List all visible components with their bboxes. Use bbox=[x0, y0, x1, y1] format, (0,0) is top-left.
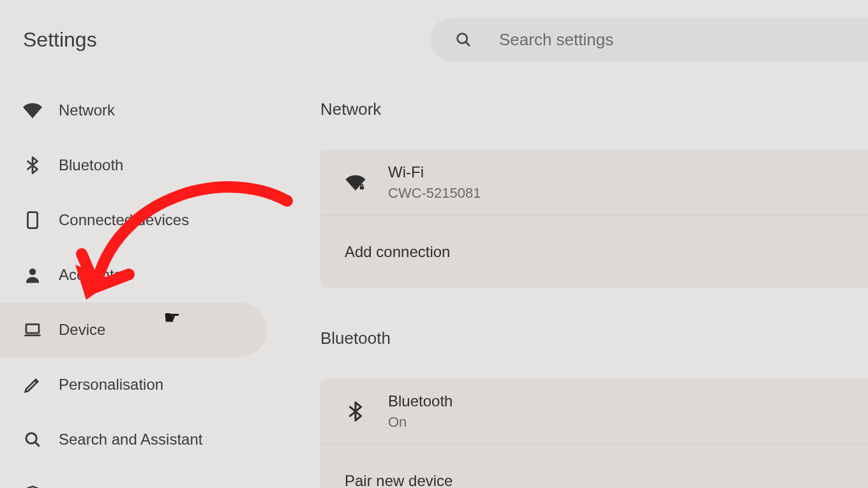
section-network: Network Wi-Fi CWC-5215081 Add connection bbox=[320, 100, 868, 288]
svg-line-1 bbox=[466, 42, 470, 46]
add-connection-row[interactable]: Add connection bbox=[320, 215, 868, 288]
settings-content: Network Wi-Fi CWC-5215081 Add connection… bbox=[320, 100, 868, 488]
settings-sidebar: Network Bluetooth Connected devices Acco… bbox=[0, 83, 274, 488]
sidebar-item-bluetooth[interactable]: Bluetooth bbox=[0, 138, 274, 193]
sidebar-item-label: Connected devices bbox=[59, 211, 189, 229]
svg-line-6 bbox=[35, 442, 40, 447]
page-title: Settings bbox=[23, 28, 97, 52]
sidebar-item-label: Network bbox=[59, 101, 115, 119]
sidebar-item-security-privacy[interactable]: Security and privacy bbox=[0, 467, 274, 488]
sidebar-item-connected-devices[interactable]: Connected devices bbox=[0, 193, 274, 248]
device-rect-icon bbox=[23, 211, 42, 230]
wifi-label: Wi-Fi bbox=[388, 163, 481, 181]
section-title-network: Network bbox=[320, 100, 868, 119]
svg-point-0 bbox=[458, 34, 467, 43]
search-input[interactable] bbox=[499, 30, 868, 50]
sidebar-item-search-assistant[interactable]: Search and Assistant bbox=[0, 412, 274, 467]
sidebar-item-device[interactable]: Device bbox=[0, 302, 267, 357]
laptop-icon bbox=[23, 320, 42, 339]
bluetooth-status: On bbox=[388, 414, 453, 431]
svg-rect-2 bbox=[28, 212, 38, 228]
pair-new-device-row[interactable]: Pair new device bbox=[320, 444, 868, 488]
bluetooth-icon bbox=[345, 401, 366, 422]
sidebar-item-label: Accounts bbox=[59, 266, 122, 284]
person-icon bbox=[23, 265, 42, 285]
svg-point-3 bbox=[29, 269, 36, 276]
svg-rect-9 bbox=[360, 186, 364, 189]
sidebar-item-label: Security and privacy bbox=[59, 485, 197, 488]
add-connection-label: Add connection bbox=[345, 243, 450, 261]
sidebar-item-label: Bluetooth bbox=[59, 156, 123, 174]
sidebar-item-label: Search and Assistant bbox=[59, 431, 202, 448]
search-icon bbox=[23, 430, 42, 449]
bluetooth-label: Bluetooth bbox=[388, 392, 453, 410]
bluetooth-row[interactable]: Bluetooth On bbox=[320, 379, 868, 444]
sidebar-item-label: Personalisation bbox=[59, 376, 163, 394]
pair-new-device-label: Pair new device bbox=[345, 472, 453, 489]
wifi-icon bbox=[23, 101, 42, 120]
bluetooth-icon bbox=[23, 156, 42, 175]
bluetooth-card: Bluetooth On Pair new device bbox=[320, 379, 868, 488]
sidebar-item-personalisation[interactable]: Personalisation bbox=[0, 357, 274, 412]
sidebar-item-accounts[interactable]: Accounts bbox=[0, 248, 274, 302]
section-title-bluetooth: Bluetooth bbox=[320, 329, 868, 348]
svg-rect-4 bbox=[26, 324, 39, 333]
wifi-network-name: CWC-5215081 bbox=[388, 185, 481, 202]
search-icon bbox=[454, 31, 472, 48]
sidebar-item-network[interactable]: Network bbox=[0, 83, 274, 138]
wifi-lock-icon bbox=[345, 172, 366, 193]
search-bar[interactable] bbox=[430, 18, 868, 61]
sidebar-item-label: Device bbox=[59, 321, 105, 339]
network-card: Wi-Fi CWC-5215081 Add connection bbox=[320, 150, 868, 288]
section-bluetooth: Bluetooth Bluetooth On Pair new device bbox=[320, 329, 868, 488]
wifi-row[interactable]: Wi-Fi CWC-5215081 bbox=[320, 150, 868, 215]
pencil-icon bbox=[23, 375, 42, 394]
svg-point-5 bbox=[26, 433, 36, 443]
shield-lock-icon bbox=[23, 485, 42, 488]
